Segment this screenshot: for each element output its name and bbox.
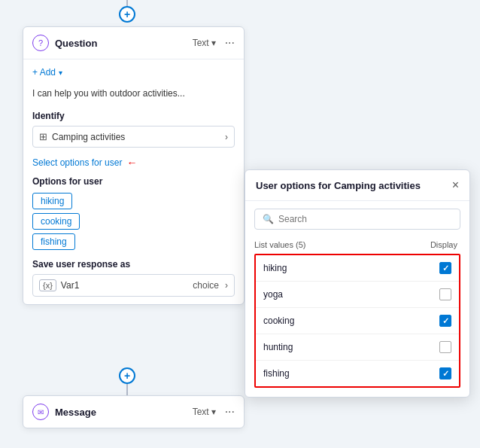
flow-plus-top-button[interactable]: + xyxy=(119,6,135,23)
card-type-selector[interactable]: Text ▾ xyxy=(193,38,216,48)
popup-display-label: Display xyxy=(430,240,457,249)
message-title: Message xyxy=(55,407,187,418)
identify-icon: ⊞ xyxy=(39,131,47,142)
popup-header: User options for Camping activities × xyxy=(245,170,469,201)
card-message-text: I can help you with outdoor activities..… xyxy=(32,85,235,102)
list-item: fishing xyxy=(256,361,459,386)
popup-close-button[interactable]: × xyxy=(452,179,459,191)
option-tag-hiking[interactable]: hiking xyxy=(32,193,72,209)
search-input[interactable] xyxy=(278,214,452,224)
identify-label: Identify xyxy=(32,111,235,121)
save-field[interactable]: {x} Var1 choice › xyxy=(32,274,235,297)
select-options-link[interactable]: Select options for user ← xyxy=(32,157,235,169)
option-tags: hiking cooking fishing xyxy=(32,193,235,250)
item-name-yoga: yoga xyxy=(263,289,439,300)
card-title: Question xyxy=(55,38,187,49)
flow-plus-mid-button[interactable]: + xyxy=(119,367,135,384)
var-name: Var1 xyxy=(61,280,193,291)
add-button[interactable]: + Add ▾ xyxy=(32,67,235,78)
var-choice: choice xyxy=(193,280,219,291)
item-name-hiking: hiking xyxy=(263,263,439,273)
checkbox-cooking[interactable] xyxy=(439,315,451,327)
save-field-chevron: › xyxy=(225,280,228,291)
identify-chevron: › xyxy=(225,132,228,142)
identify-field[interactable]: ⊞ Camping activities › xyxy=(32,126,235,148)
item-name-cooking: cooking xyxy=(263,315,439,326)
question-card: ? Question Text ▾ ··· + Add ▾ I can help… xyxy=(23,26,245,305)
popup-list-header: List values (5) Display xyxy=(245,237,469,254)
list-item: yoga xyxy=(256,282,459,308)
checkbox-yoga[interactable] xyxy=(439,288,451,300)
search-icon: 🔍 xyxy=(263,214,274,224)
card-more-button[interactable]: ··· xyxy=(225,36,235,50)
message-icon: ✉ xyxy=(32,404,49,420)
item-name-hunting: hunting xyxy=(263,342,439,352)
popup-list-count: List values (5) xyxy=(254,240,430,249)
list-item: cooking xyxy=(256,308,459,334)
card-header: ? Question Text ▾ ··· xyxy=(23,27,244,59)
message-card: ✉ Message Text ▾ ··· xyxy=(23,395,245,428)
identify-value: Camping activities xyxy=(52,132,225,142)
message-card-header: ✉ Message Text ▾ ··· xyxy=(23,396,244,428)
popup-list: hiking yoga cooking hunting fishing xyxy=(254,254,460,388)
var-badge: {x} xyxy=(39,279,56,291)
message-more-button[interactable]: ··· xyxy=(225,405,235,419)
list-item: hunting xyxy=(256,334,459,361)
checkbox-fishing[interactable] xyxy=(439,367,451,379)
red-arrow-icon: ← xyxy=(126,157,137,169)
item-name-fishing: fishing xyxy=(263,368,439,379)
option-tag-cooking[interactable]: cooking xyxy=(32,213,80,230)
checkbox-hiking[interactable] xyxy=(439,262,451,274)
popup-search-box[interactable]: 🔍 xyxy=(254,209,460,230)
save-label: Save user response as xyxy=(32,259,235,270)
message-type-selector[interactable]: Text ▾ xyxy=(193,407,216,417)
card-body: + Add ▾ I can help you with outdoor acti… xyxy=(23,59,244,304)
checkbox-hunting[interactable] xyxy=(439,341,451,353)
options-label: Options for user xyxy=(32,176,235,187)
popup-title: User options for Camping activities xyxy=(256,180,452,191)
question-icon: ? xyxy=(32,35,49,51)
option-tag-fishing[interactable]: fishing xyxy=(32,233,75,250)
list-item: hiking xyxy=(256,255,459,282)
popup-panel: User options for Camping activities × 🔍 … xyxy=(245,169,470,398)
